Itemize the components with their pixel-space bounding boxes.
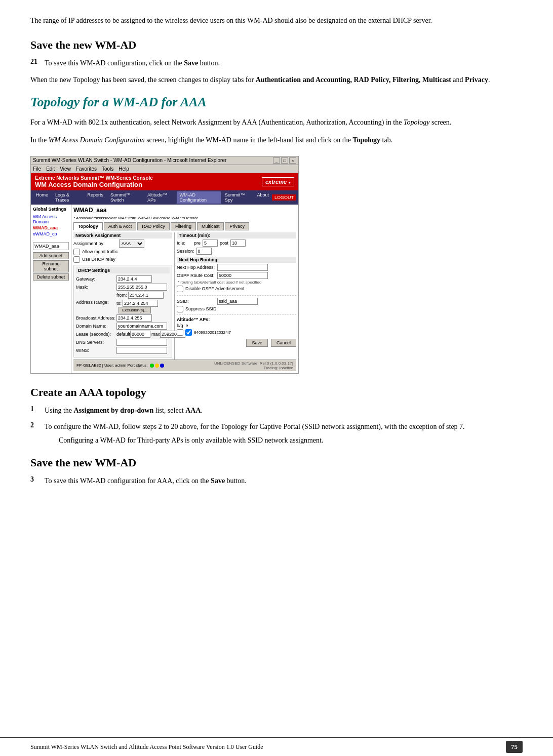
ssid-input[interactable] [217,298,258,305]
altitude-label: Altitude™ APs: [177,317,296,322]
idle-pre-input[interactable] [203,240,218,247]
tab-filtering[interactable]: Filtering [171,222,196,230]
nav-logs[interactable]: Logs & Traces [52,191,84,204]
add-subnet-button[interactable]: Add subnet [33,252,69,259]
cancel-button[interactable]: Cancel [271,339,296,347]
ospf-note: * routing table/default cost used if not… [178,280,296,285]
close-button[interactable]: × [289,157,296,164]
menu-tools[interactable]: Tools [102,166,113,172]
address-range-label: Address Range: [76,300,116,305]
gateway-label: Gateway: [76,276,116,282]
to-input[interactable] [123,300,158,307]
mask-row: Mask: [76,284,170,291]
nav-wmad-config[interactable]: WM-AD Configuration [177,191,221,204]
sidebar-selected-box: WMAD_aaa [33,242,69,250]
altitude-checkbox[interactable] [177,329,183,336]
delete-subnet-button[interactable]: Delete subnet [33,273,69,281]
section1-heading: Save the new WM-AD [30,38,523,52]
nav-summit-switch[interactable]: Summit™ Switch [107,191,143,204]
disable-ospf-row: Disable OSPF Advertisement [177,286,296,292]
tab-topology[interactable]: Topology [73,222,103,230]
suppress-ssid-checkbox[interactable] [177,306,183,312]
address-range-row: Address Range: from: to: [76,292,170,313]
rename-subnet-button[interactable]: Rename subnet [33,260,69,272]
sidebar-item-wmad[interactable]: WM Access Domain [33,214,69,225]
lease-label: Lease (seconds): [76,332,116,337]
save-button[interactable]: Save [246,339,268,347]
sidebar-section-title: Global Settings [33,207,69,212]
dns-label: DNS Servers: [76,340,116,345]
form-grid: Network Assignment Assignment by: AAA Al… [73,232,296,360]
nav-reports[interactable]: Reports [85,191,107,204]
disable-ospf-label: Disable OSPF Advertisement [185,286,245,291]
nav-home[interactable]: Home [33,191,51,204]
status-left-text: FP-GELAB32 | User: admin Port status: [76,363,148,368]
menu-edit[interactable]: Edit [46,166,55,172]
altitude-checkbox2[interactable] [185,329,192,336]
nav-altitude-aps[interactable]: Altitude™ APs [144,191,176,204]
browser-controls[interactable]: _ □ × [273,157,296,164]
minimize-button[interactable]: _ [273,157,280,164]
warning-text: * Associate/disassociate WAP from WM-AD … [73,216,296,220]
tab-rad-policy[interactable]: RAD Policy [137,222,170,230]
mask-input[interactable] [116,284,167,291]
exclusions-button[interactable]: Exclusion(s)... [118,307,151,313]
ospf-cost-label: OSPF Route Cost: [177,273,217,278]
tab-privacy[interactable]: Privacy [225,222,249,230]
allow-mgmt-checkbox[interactable] [73,249,80,255]
menu-favorites[interactable]: Favorites [76,166,97,172]
nav-summit-spy[interactable]: Summit™ Spy [222,191,253,204]
tab-auth-acct[interactable]: Auth & Acct [104,222,137,230]
dns-input[interactable] [116,339,167,346]
step-2-content: To configure the WM-AD, follow steps 2 t… [45,421,465,451]
bottom-buttons: Save Cancel [177,339,296,347]
maximize-button[interactable]: □ [281,157,288,164]
ospf-cost-input[interactable] [217,272,268,279]
status-bar: FP-GELAB32 | User: admin Port status: UN… [73,360,296,371]
idle-post-input[interactable] [230,240,246,247]
menu-file[interactable]: File [33,166,41,172]
wmad-name: WMAD_aaa [73,207,296,214]
section2-heading: Topology for a WM-AD for AAA [30,95,523,110]
sidebar-item-wmad-aaa[interactable]: WMAD_aaa [33,225,69,231]
session-input[interactable] [196,248,212,255]
menu-help[interactable]: Help [118,166,129,172]
tabs-row: Topology Auth & Acct RAD Policy Filterin… [73,222,296,230]
step-2-note: Configuring a WM-AD for Third-party APs … [59,435,465,446]
domain-name-input[interactable] [116,323,167,330]
menu-view[interactable]: View [60,166,71,172]
suppress-ssid-label: Suppress SSID [185,306,217,311]
logout-button[interactable]: LOGOUT [272,194,296,201]
form-left: Network Assignment Assignment by: AAA Al… [73,232,175,360]
dns-row: DNS Servers: [76,339,170,346]
browser-titlebar: Summit WM-Series WLAN Switch - WM-AD Con… [31,156,298,165]
status-version: UNLICENSED Software: Rel:0 (1.0.0.03.17) [214,361,293,366]
idle-row: Idle: pre post [177,240,296,247]
next-hop-addr-input[interactable] [217,264,268,271]
assignment-by-select[interactable]: AAA [119,240,144,248]
sidebar-item-wmad-cp[interactable]: xWMAD_cp [33,231,69,237]
footer-page-number: 75 [506,741,523,753]
browser-title: Summit WM-Series WLAN Switch - WM-AD Con… [33,157,226,163]
use-dhcp-relay-checkbox[interactable] [73,256,80,263]
step-2-block: 2 To configure the WM-AD, follow steps 2… [30,421,523,451]
status-dot-blue [160,364,164,368]
gateway-input[interactable] [116,275,152,283]
from-input[interactable] [128,292,164,299]
lease-default-input[interactable] [130,331,150,338]
broadcast-row: Broadcast Address: [76,314,170,322]
app-logo: extreme ● [262,177,294,186]
sidebar-selected-label: WMAD_aaa [34,244,59,249]
suppress-ssid-row: Suppress SSID [177,306,296,312]
disable-ospf-checkbox[interactable] [177,286,183,292]
broadcast-input[interactable] [116,314,152,322]
tab-multicast[interactable]: Multicast [197,222,224,230]
app-header: Extreme Networks Summit™ WM-Series Conso… [31,173,298,190]
timeout-section: Timeout (min): Idle: pre post Session: [177,232,296,255]
nav-about[interactable]: About [254,191,272,204]
nav-right: LOGOUT [272,194,296,201]
step-1-block: 1 Using the Assignment by drop-down list… [30,405,523,416]
wins-input[interactable] [116,347,167,354]
step-3-text: To save this WM-AD configuration for AAA… [45,475,523,487]
mask-label: Mask: [76,285,116,290]
